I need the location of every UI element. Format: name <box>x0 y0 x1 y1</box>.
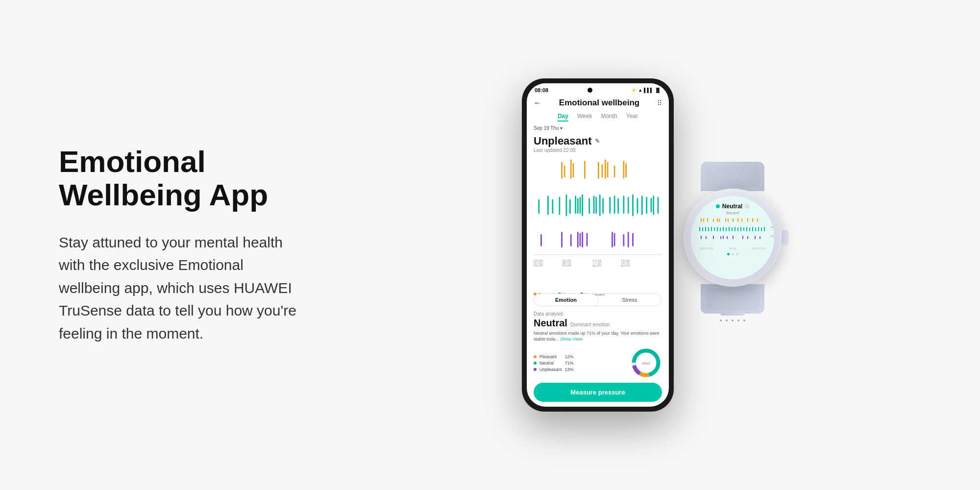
watch-clasp <box>720 312 745 316</box>
svg-rect-37 <box>653 196 654 215</box>
svg-rect-75 <box>699 227 700 231</box>
svg-rect-93 <box>752 227 753 231</box>
watch-status-dot <box>716 204 720 208</box>
status-time: 08:08 <box>535 87 548 93</box>
watch-emotion-labels: Pleasant Neutral Unpleasant <box>771 217 774 238</box>
dominant-emotion-sub: Dominant emotion <box>570 322 610 327</box>
svg-rect-103 <box>727 236 728 239</box>
current-emotion-section: Unpleasant ✎ Last updated 22:00 <box>527 133 669 154</box>
more-options-icon[interactable]: ⠿ <box>657 99 662 107</box>
svg-rect-67 <box>725 218 726 222</box>
svg-rect-97 <box>764 227 765 231</box>
watch-band-top <box>701 162 764 191</box>
emotion-title: Unpleasant ✎ <box>534 135 662 147</box>
donut-svg: level <box>630 347 662 379</box>
svg-rect-17 <box>569 199 571 214</box>
analysis-text: Neutral emotions made up 71% of your day… <box>534 331 659 342</box>
svg-rect-100 <box>713 236 714 239</box>
svg-rect-35 <box>646 197 647 214</box>
devices-section: 08:08 ⚡ ▲ ▌▌▌ ▐▌ ← Emotional wellbeing <box>343 0 980 490</box>
svg-rect-76 <box>702 227 703 231</box>
svg-rect-28 <box>614 196 615 214</box>
emotion-list: Pleasant 12% Neutral 71% Unpleasant <box>534 354 580 372</box>
svg-rect-4 <box>584 161 586 179</box>
svg-rect-90 <box>743 227 744 231</box>
bluetooth-icon: ⚡ <box>631 88 637 93</box>
svg-rect-86 <box>732 227 733 231</box>
svg-rect-71 <box>741 219 742 222</box>
date-selector[interactable]: Sep 19 Thu ▾ <box>527 123 669 133</box>
app-title: Emotional wellbeing <box>559 98 639 108</box>
svg-rect-49 <box>628 232 629 247</box>
signal-icon: ▌▌▌ <box>644 88 653 93</box>
svg-rect-7 <box>605 159 606 178</box>
watch-neutral-label: Neutral <box>771 226 774 229</box>
svg-rect-108 <box>760 236 760 239</box>
svg-rect-39 <box>540 234 542 246</box>
last-updated: Last updated 22:00 <box>534 147 662 153</box>
tab-week[interactable]: Week <box>577 112 592 122</box>
svg-rect-50 <box>632 233 634 246</box>
svg-rect-107 <box>755 236 756 239</box>
svg-text:00:00: 00:00 <box>534 258 543 269</box>
svg-rect-47 <box>614 233 615 246</box>
band-holes <box>720 319 745 321</box>
svg-rect-68 <box>728 219 729 222</box>
dominant-emotion: Neutral Dominant emotion <box>534 318 662 329</box>
svg-rect-24 <box>595 197 597 214</box>
back-button[interactable]: ← <box>534 98 541 107</box>
band-hole-3 <box>732 319 734 321</box>
svg-rect-106 <box>747 236 748 239</box>
edit-icon[interactable]: ✎ <box>595 138 600 145</box>
svg-rect-31 <box>628 197 629 214</box>
svg-rect-20 <box>580 197 581 214</box>
svg-rect-94 <box>755 227 756 231</box>
svg-rect-30 <box>623 196 624 214</box>
emotion-stress-toggle: Emotion Stress <box>534 294 662 306</box>
phone-mockup: 08:08 ⚡ ▲ ▌▌▌ ▐▌ ← Emotional wellbeing <box>522 78 674 412</box>
svg-rect-13 <box>547 196 549 215</box>
svg-rect-48 <box>623 234 624 246</box>
battery-icon: ▐▌ <box>655 88 661 93</box>
tab-day[interactable]: Day <box>558 112 568 122</box>
band-hole-5 <box>743 319 745 321</box>
tab-bar: Day Week Month Year <box>527 110 669 123</box>
pleasant-emotion-dot <box>534 355 537 358</box>
neutral-pct: 71% <box>565 361 580 366</box>
svg-rect-43 <box>580 233 581 246</box>
phone-screen: 08:08 ⚡ ▲ ▌▌▌ ▐▌ ← Emotional wellbeing <box>527 83 669 407</box>
camera-notch <box>588 88 592 93</box>
svg-rect-81 <box>717 227 718 231</box>
emotion-toggle-btn[interactable]: Emotion <box>534 294 598 306</box>
svg-rect-33 <box>637 198 638 214</box>
show-more-link[interactable]: Show more <box>560 337 583 342</box>
tab-year[interactable]: Year <box>626 112 638 122</box>
svg-rect-10 <box>623 161 624 179</box>
svg-rect-77 <box>705 227 706 231</box>
page-title: Emotional Wellbeing App <box>59 145 304 212</box>
page-description: Stay attuned to your mental health with … <box>59 231 304 345</box>
svg-rect-99 <box>706 236 707 239</box>
watch-dot-active <box>727 253 730 255</box>
svg-rect-73 <box>752 218 753 222</box>
watch-case: Neutral ⓘ Recent <box>684 189 782 287</box>
measure-pressure-button[interactable]: Measure pressure <box>534 383 662 402</box>
unpleasant-emotion-dot <box>534 368 537 371</box>
svg-rect-40 <box>561 232 563 247</box>
svg-rect-84 <box>726 227 727 231</box>
svg-rect-16 <box>566 195 567 216</box>
svg-rect-11 <box>625 163 627 178</box>
neutral-emotion-name: Neutral <box>539 361 554 366</box>
watch-time-start: 9/19 10:00 <box>700 247 713 250</box>
svg-rect-36 <box>651 198 652 213</box>
watch-info-icon[interactable]: ⓘ <box>745 203 749 210</box>
svg-rect-32 <box>632 195 634 216</box>
svg-rect-64 <box>713 219 714 222</box>
band-pattern-bottom <box>701 284 764 314</box>
svg-rect-87 <box>735 227 735 231</box>
svg-rect-9 <box>614 166 615 178</box>
unpleasant-emotion-name: Unpleasant <box>539 367 562 372</box>
stress-toggle-btn[interactable]: Stress <box>598 294 662 306</box>
tab-month[interactable]: Month <box>601 112 617 122</box>
watch-mockup: Neutral ⓘ Recent <box>664 162 801 328</box>
